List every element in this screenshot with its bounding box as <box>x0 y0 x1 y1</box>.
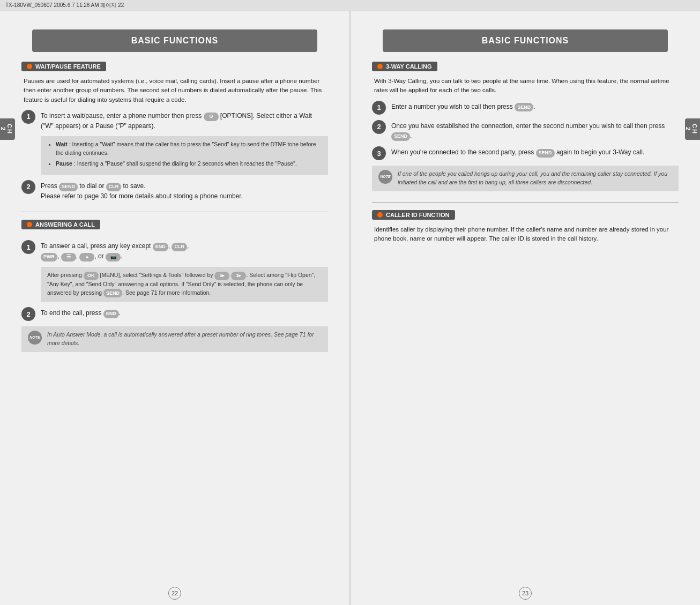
answering-step2-circle: 2 <box>21 307 35 321</box>
pwr-key: PWR <box>41 253 57 262</box>
end-key2: END <box>103 310 119 318</box>
3way-intro: With 3-Way Calling, you can talk to two … <box>372 77 679 95</box>
right-page: CH2 BASIC FUNCTIONS 3-WAY CALLING With 3… <box>351 11 700 605</box>
ok-key: OK <box>84 272 99 280</box>
callerid-intro: Identifies caller by displaying their ph… <box>372 225 679 244</box>
main-content: CH2 BASIC FUNCTIONS WAIT/PAUSE FEATURE P… <box>0 11 700 605</box>
step2-text: Press SEND to dial or CLR to save. Pleas… <box>41 180 243 201</box>
3way-step2-text: Once you have established the connection… <box>391 120 679 141</box>
answering-note-text: In Auto Answer Mode, a call is automatic… <box>47 331 322 348</box>
send-key2: SEND <box>103 289 122 297</box>
answering-step1: 1 To answer a call, press any key except… <box>21 240 328 262</box>
3way-title-bar: 3-WAY CALLING <box>372 62 437 71</box>
answering-title: ANSWERING A CALL <box>35 221 95 228</box>
answering-step1-text: To answer a call, press any key except E… <box>41 240 189 262</box>
step2-circle: 2 <box>21 180 35 194</box>
send-key4: SEND <box>391 132 410 141</box>
right-page-content: BASIC FUNCTIONS 3-WAY CALLING With 3-Way… <box>351 11 700 581</box>
menu-key: ☰ <box>61 253 76 262</box>
answering-title-bar: ANSWERING A CALL <box>21 220 100 229</box>
callerid-dot <box>377 212 383 218</box>
3way-step1-circle: 1 <box>372 101 386 115</box>
3way-step3-text: When you're connected to the second part… <box>391 146 644 158</box>
3way-note-icon: NOTE <box>378 170 392 184</box>
callerid-title-bar: CALLER ID FUNCTION <box>372 210 455 220</box>
answering-note: NOTE In Auto Answer Mode, a call is auto… <box>21 326 328 352</box>
wait-pause-title-bar: WAIT/PAUSE FEATURE <box>21 62 106 71</box>
divider1 <box>21 212 328 212</box>
answering-section: ANSWERING A CALL 1 To answer a call, pre… <box>21 220 328 352</box>
step1-text: To insert a wait/pause, enter a phone nu… <box>41 110 312 131</box>
3way-step3: 3 When you're connected to the second pa… <box>372 146 679 160</box>
answering-step1-circle: 1 <box>21 240 35 254</box>
3way-step1-text: Enter a number you wish to call then pre… <box>391 101 535 112</box>
wait-pause-section: WAIT/PAUSE FEATURE Pauses are used for a… <box>21 62 328 201</box>
3way-step1: 1 Enter a number you wish to call then p… <box>372 101 679 115</box>
left-ch-tab: CH2 <box>0 118 15 140</box>
3way-title: 3-WAY CALLING <box>386 63 432 70</box>
s2-key: 1▸ <box>231 272 246 280</box>
left-header: BASIC FUNCTIONS <box>32 29 317 52</box>
up-key: ▲ <box>79 253 94 262</box>
clr-key: CLR <box>106 183 122 191</box>
callerid-section: CALLER ID FUNCTION Identifies caller by … <box>372 210 679 244</box>
s1-key: 5▸ <box>214 272 229 280</box>
answering-info-box: After pressing OK [MENU], select "Settin… <box>41 267 328 302</box>
3way-step3-circle: 3 <box>372 146 386 160</box>
wait-pause-dot <box>27 64 32 69</box>
divider2 <box>372 202 679 203</box>
top-bar-text: TX-180VW_050607 2005.6.7 11:28 AM 페이지 22 <box>5 2 124 8</box>
left-page: CH2 BASIC FUNCTIONS WAIT/PAUSE FEATURE P… <box>0 11 351 605</box>
end-key: END <box>153 243 168 251</box>
send-key3: SEND <box>515 103 533 111</box>
step1-circle: 1 <box>21 110 35 124</box>
options-key: ⊙ <box>204 113 219 121</box>
cam-key: 📷 <box>106 253 121 262</box>
clr-key2: CLR <box>172 243 187 251</box>
note-icon: NOTE <box>28 331 42 345</box>
wait-info-item: Wait : Inserting a "Wait" means that the… <box>56 140 322 158</box>
right-page-number: 23 <box>351 581 700 605</box>
wait-pause-title: WAIT/PAUSE FEATURE <box>35 63 101 70</box>
3way-note: NOTE If one of the people you called han… <box>372 166 679 191</box>
pause-info-item: Pause : Inserting a "Pause" shall suspen… <box>56 160 322 168</box>
wait-pause-step2: 2 Press SEND to dial or CLR to save. Ple… <box>21 180 328 201</box>
send-key: SEND <box>59 183 78 191</box>
answering-dot <box>27 222 32 227</box>
right-ch-tab: CH2 <box>685 118 700 140</box>
send-key5: SEND <box>536 149 555 158</box>
left-page-content: BASIC FUNCTIONS WAIT/PAUSE FEATURE Pause… <box>0 11 349 581</box>
left-page-number-circle: 22 <box>168 587 181 600</box>
answering-step2-text: To end the call, press END. <box>41 307 121 318</box>
3way-note-text: If one of the people you called hangs up… <box>398 170 672 187</box>
right-header: BASIC FUNCTIONS <box>383 29 668 52</box>
top-bar: TX-180VW_050607 2005.6.7 11:28 AM 페이지 22 <box>0 0 700 11</box>
3way-dot <box>377 64 383 69</box>
wait-pause-step1: 1 To insert a wait/pause, enter a phone … <box>21 110 328 131</box>
3way-section: 3-WAY CALLING With 3-Way Calling, you ca… <box>372 62 679 191</box>
left-page-number: 22 <box>0 581 349 605</box>
wait-pause-info-box: Wait : Inserting a "Wait" means that the… <box>41 136 328 174</box>
right-page-number-circle: 23 <box>519 587 532 600</box>
wait-pause-intro: Pauses are used for automated systems (i… <box>21 77 328 104</box>
answering-step2: 2 To end the call, press END. <box>21 307 328 321</box>
callerid-title: CALLER ID FUNCTION <box>386 212 450 218</box>
3way-step2-circle: 2 <box>372 120 386 134</box>
3way-step2: 2 Once you have established the connecti… <box>372 120 679 141</box>
